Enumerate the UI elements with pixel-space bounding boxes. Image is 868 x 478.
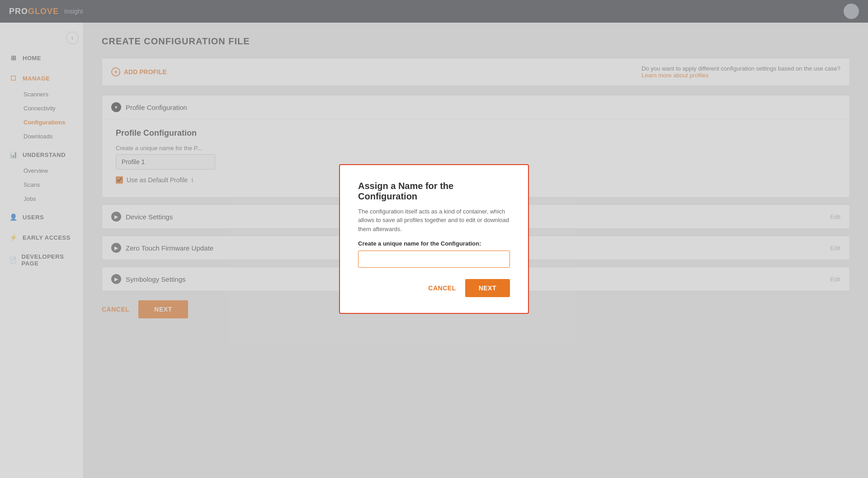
modal-dialog: Assign a Name for the Configuration The … [339,164,529,314]
modal-actions: CANCEL NEXT [358,279,510,297]
modal-input-label: Create a unique name for the Configurati… [358,240,510,247]
modal-cancel-button[interactable]: CANCEL [428,284,456,292]
modal-config-name-input[interactable] [358,251,510,268]
modal-next-button[interactable]: NEXT [465,279,510,297]
modal-overlay: Assign a Name for the Configuration The … [0,0,868,478]
modal-title: Assign a Name for the Configuration [358,181,510,202]
modal-description: The configuration itself acts as a kind … [358,207,510,234]
